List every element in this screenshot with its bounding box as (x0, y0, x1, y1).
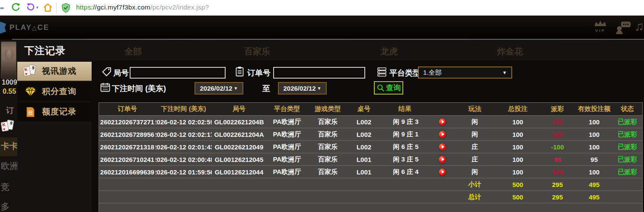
modal-content: 局号 订单号 平台类型 1.全部 ▼ (92, 60, 644, 212)
menu-item-2[interactable]: 积分查询 (17, 82, 92, 101)
cell-payout: 100 (539, 128, 576, 140)
cell-bet: 100 (497, 116, 539, 128)
date-to-picker[interactable]: 2026/02/12 ▼ (278, 82, 327, 95)
subtotal-row: 小计500295495 (99, 178, 642, 190)
cell-platform: PA欧洲厅 (266, 116, 307, 128)
cell-result: 闲 6 庄 5 (380, 141, 453, 153)
cell-status: 已派彩 (612, 116, 642, 128)
platform-type-select[interactable]: 1.全部 ▼ (418, 66, 512, 79)
search-button[interactable]: 查询 (374, 81, 403, 95)
modal-title: 下注记录 (24, 44, 66, 57)
home-icon[interactable] (43, 3, 53, 13)
cell-game: 百家乐 (307, 153, 348, 165)
cell-payout: 95 (539, 153, 576, 165)
tab-fragment-icon (0, 7, 4, 9)
logo-triangle: △ (32, 24, 38, 31)
reload-icon[interactable] (11, 3, 21, 13)
cell-valid: 100 (576, 166, 612, 178)
balance-value: 0.55 (3, 88, 16, 95)
customer-service-icon[interactable] (615, 21, 631, 34)
order-input[interactable] (273, 67, 365, 79)
cell-game: 百家乐 (307, 166, 348, 178)
play-video-button[interactable] (439, 143, 446, 151)
empty-row (99, 203, 642, 212)
clipboard-icon (235, 66, 245, 77)
play-video-button[interactable] (439, 118, 446, 126)
menu-item-3[interactable]: 额度记录 (17, 102, 92, 121)
cell-payout: 100 (539, 116, 576, 128)
result-text: 闲 9 庄 3 (380, 118, 432, 126)
url-bar[interactable]: https://gci.myf7f3bx.com/pc/pcv2/index.j… (76, 3, 209, 11)
cell-platform: PA欧洲厅 (266, 166, 307, 178)
table-row: 2602120267372712026-02-12 02:02:59GL0022… (99, 115, 642, 128)
background-tab: 百家乐 (244, 46, 270, 57)
column-header: 状态 (612, 103, 642, 115)
cell-round: GL00126212045 (212, 153, 267, 165)
column-header: 下注时间 (美东) (156, 103, 212, 115)
cards-icon: 9K♥ (23, 65, 38, 78)
menu-item-label: 视讯游戏 (42, 66, 77, 77)
cell-game: 百家乐 (307, 116, 348, 128)
chevron-down-icon: ▼ (317, 86, 322, 91)
summary-value: 500 (497, 178, 539, 190)
cell-order: 260212026737271 (99, 116, 156, 128)
cell-round: GL0022621204B (212, 116, 267, 128)
chevron-down-icon: ▼ (234, 86, 238, 91)
playace-logo: PLAY△CE (10, 23, 49, 32)
column-header: 游戏类型 (307, 103, 348, 115)
column-header: 桌号 (348, 103, 380, 115)
betting-records-modal: 下注记录 全部百家乐龙虎炸金花 9K♥视讯游戏积分查询额度记录 局号 订单号 (17, 40, 644, 212)
play-video-button[interactable] (439, 156, 446, 163)
background-nav-item: 卡卡 (1, 140, 17, 152)
play-video-button[interactable] (439, 168, 446, 176)
column-header: 平台类型 (266, 103, 307, 115)
round-label: 局号 (113, 68, 129, 78)
cell-result: 闲 9 庄 1 (380, 128, 453, 140)
cell-order: 260212026710241 (99, 153, 156, 165)
cell-time: 2026-02-12 02:01:43 (156, 141, 212, 153)
gem-icon (23, 87, 38, 97)
cell-game: 百家乐 (307, 128, 348, 140)
undo-icon[interactable] (26, 3, 35, 12)
round-input[interactable] (130, 67, 226, 79)
security-shield-icon[interactable] (61, 3, 70, 13)
result-text: 闲 3 庄 5 (380, 155, 432, 164)
cell-order: 260212016699639 (99, 166, 156, 178)
result-text: 闲 9 庄 1 (380, 130, 432, 139)
divider (56, 3, 57, 13)
result-text: 闲 6 庄 5 (380, 143, 432, 151)
menu-item-label: 积分查询 (42, 86, 77, 97)
summary-label: 小计 (453, 178, 497, 190)
undo-dropdown-caret[interactable]: ▾ (36, 5, 38, 9)
cell-round: GL00126212044 (212, 166, 267, 178)
column-header: 局号 (212, 103, 267, 115)
background-nav-item: 多 (1, 201, 10, 212)
cell-table: L001 (348, 153, 380, 165)
background-sidebar: 1009 0.55 订 9K♥ 卡卡欧洲竞多 (0, 40, 17, 212)
cell-time: 2026-02-12 01:59:56 (156, 166, 212, 178)
cell-result: 闲 3 庄 5 (380, 153, 453, 165)
platform-icon (377, 67, 387, 77)
to-label: 至 (262, 83, 270, 94)
vip-button[interactable]: VIP (593, 20, 608, 33)
calendar-icon (100, 82, 110, 92)
cell-play: 闲 (453, 128, 497, 140)
cell-table: L002 (348, 128, 380, 140)
cell-platform: PA欧洲厅 (266, 153, 307, 165)
search-icon (376, 84, 385, 92)
cell-table: L002 (348, 141, 380, 153)
cell-order: 260212026721318 (99, 141, 156, 153)
summary-label: 总计 (453, 191, 497, 203)
user-number: 1009 (2, 79, 17, 86)
cell-payout: 100 (539, 166, 576, 178)
date-from-picker[interactable]: 2026/02/12 ▼ (194, 82, 243, 95)
logo-text-2: CE (38, 23, 50, 32)
cards-icon: 9K♥ (1, 120, 16, 135)
play-video-button[interactable] (439, 131, 446, 138)
menu-item-1[interactable]: 9K♥视讯游戏 (17, 62, 92, 81)
document-icon (23, 107, 38, 117)
column-header: 派彩 (539, 103, 576, 115)
crown-icon (593, 20, 607, 27)
music-icon[interactable]: ♫ (634, 19, 644, 34)
result-text: 闲 6 庄 4 (380, 168, 432, 176)
